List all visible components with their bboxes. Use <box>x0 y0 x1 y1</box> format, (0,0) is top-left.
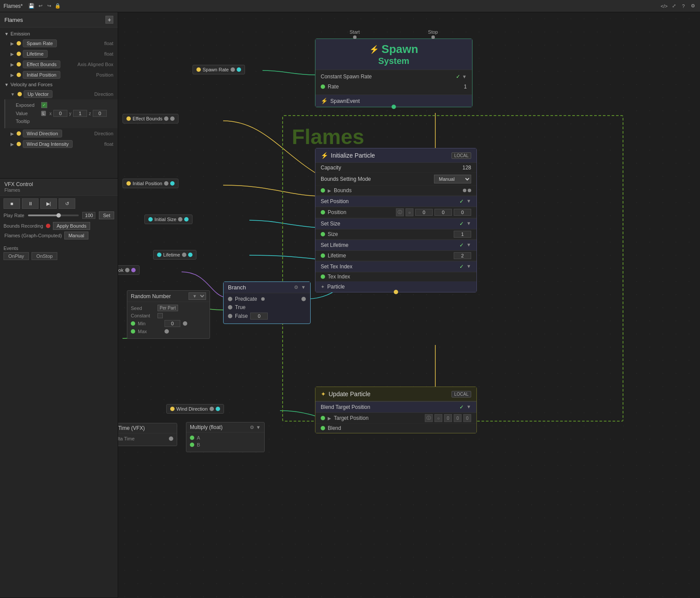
tp-x[interactable]: 0 <box>444 414 452 422</box>
blend-check: ✓ <box>459 404 464 410</box>
min-input[interactable] <box>164 320 180 327</box>
z-input[interactable] <box>93 110 107 117</box>
constant-check[interactable] <box>158 313 163 318</box>
mul2-a-port <box>190 436 194 440</box>
capacity-label: Capacity <box>321 165 341 171</box>
wd-left-port <box>170 407 175 411</box>
bounds-port <box>321 188 325 193</box>
emission-group-header[interactable]: ▼ Emission <box>0 29 118 38</box>
eb-right-port <box>164 116 168 121</box>
play-rate-slider[interactable] <box>28 215 79 216</box>
manual-dropdown[interactable]: Manual <box>64 232 88 239</box>
uf-right-port2 <box>131 268 136 272</box>
lock-icon[interactable]: 🔒 <box>54 3 61 10</box>
pos-x[interactable] <box>415 209 433 216</box>
spawn-rate-prop[interactable]: ▶ Spawn Rate float <box>0 38 118 49</box>
tp-info[interactable]: ⓘ <box>425 414 433 422</box>
add-button[interactable]: + <box>105 16 113 24</box>
seed-dropdown[interactable]: Per Part <box>158 305 178 311</box>
settings-icon[interactable]: ⚙ <box>690 3 696 10</box>
predicate-right-port <box>301 297 306 301</box>
stop-button[interactable]: ■ <box>4 198 20 209</box>
tex-port <box>321 274 325 279</box>
y-input[interactable] <box>73 110 87 117</box>
branch-settings-icon[interactable]: ⚙ <box>294 285 298 290</box>
onstop-button[interactable]: OnStop <box>32 252 57 260</box>
flames-graph-label: Flames (Graph-Computed) <box>4 233 62 238</box>
pos-info[interactable]: ⓘ <box>396 208 404 216</box>
sr-left-port <box>196 67 201 72</box>
spawn-system-node: Start Stop ⚡ Spawn System <box>315 39 472 107</box>
set-tex-check: ✓ <box>459 264 464 270</box>
constant-label: Constant <box>131 313 155 318</box>
multiply-node-2: Multiply (float) ⚙ ▼ A B <box>186 422 265 452</box>
bounds-mode-dropdown[interactable]: Manual <box>434 175 471 183</box>
wind-drag-prop[interactable]: ▶ Wind Drag Intensity float <box>0 139 118 149</box>
spawn-rate-type: float <box>104 41 113 46</box>
use-flipbook-canvas-node[interactable]: Use Flipbook <box>118 265 140 275</box>
spawn-event-bottom-port <box>392 105 396 109</box>
mul2-expand[interactable]: ▼ <box>256 425 261 430</box>
flames-section: Flames + ▼ Emission ▶ Spawn Rate float <box>0 12 118 179</box>
false-value-input[interactable] <box>250 313 268 320</box>
pause-button[interactable]: ⏸ <box>22 198 38 209</box>
up-vector-type: Direction <box>94 91 113 97</box>
spawn-rate-label: Spawn Rate <box>23 39 57 47</box>
lifetime-canvas-node[interactable]: Lifetime <box>153 250 196 260</box>
pos-y[interactable] <box>434 209 452 216</box>
set-size-label: Set Size <box>321 221 340 227</box>
wind-dir-canvas-node[interactable]: Wind Direction <box>166 404 224 414</box>
save-icon[interactable]: 💾 <box>28 3 35 10</box>
tp-z[interactable]: 0 <box>463 414 471 422</box>
tp-y[interactable]: 0 <box>454 414 462 422</box>
mul2-b-label: B <box>197 442 200 447</box>
z-label: z <box>89 111 91 116</box>
exposed-label: Exposed <box>16 102 38 108</box>
branch-collapse[interactable]: ▼ <box>301 285 306 290</box>
bounds-right-port <box>463 189 466 192</box>
step-button[interactable]: ▶| <box>40 198 57 209</box>
pos-z[interactable] <box>454 209 471 216</box>
wind-direction-prop[interactable]: ▶ Wind Direction Direction <box>0 128 118 139</box>
help-icon[interactable]: ? <box>680 3 687 10</box>
left-panel: Flames + ▼ Emission ▶ Spawn Rate float <box>0 12 118 598</box>
initial-size-canvas-node[interactable]: Initial Size <box>144 215 192 224</box>
effect-bounds-label: Effect Bounds <box>23 60 60 68</box>
lt-left-port <box>157 253 161 257</box>
velocity-group-header[interactable]: ▼ Velocity and Forces <box>0 80 118 89</box>
x-input[interactable] <box>53 110 67 117</box>
redo-icon[interactable]: ↪ <box>46 3 52 10</box>
lifetime-label: Lifetime <box>23 50 48 58</box>
bounds-label: Bounds <box>334 187 352 193</box>
initial-position-type: Position <box>96 72 113 77</box>
ip-right-port <box>164 181 168 186</box>
wind-direction-label: Wind Direction <box>23 130 62 137</box>
apply-bounds-button[interactable]: Apply Bounds <box>53 222 91 230</box>
spawn-rate-canvas-node[interactable]: Spawn Rate <box>192 65 245 74</box>
size-val[interactable] <box>454 231 471 238</box>
undo-icon[interactable]: ↩ <box>37 3 44 10</box>
is-left-port <box>148 217 153 222</box>
initial-pos-canvas-node[interactable]: Initial Position <box>122 179 178 188</box>
rn-dropdown[interactable]: ▼ <box>189 292 206 300</box>
lifetime-prop[interactable]: ▶ Lifetime float <box>0 49 118 59</box>
exposed-check[interactable]: ✓ <box>41 102 47 108</box>
pos-link[interactable]: ○ <box>406 208 413 216</box>
restart-button[interactable]: ↺ <box>59 198 75 209</box>
onplay-button[interactable]: OnPlay <box>4 252 29 260</box>
set-button[interactable]: Set <box>99 211 114 219</box>
code-icon[interactable]: </> <box>661 3 668 10</box>
initial-position-prop[interactable]: ▶ Initial Position Position <box>0 70 118 80</box>
lt-val[interactable] <box>454 252 471 259</box>
lifetime-port <box>321 253 325 258</box>
effect-bounds-prop[interactable]: ▶ Effect Bounds Axis Aligned Box <box>0 59 118 70</box>
mul2-settings[interactable]: ⚙ <box>250 425 254 430</box>
effect-bounds-canvas-node[interactable]: Effect Bounds <box>122 114 178 123</box>
y-label: y <box>69 111 71 116</box>
stop-dot <box>431 35 435 39</box>
up-vector-prop[interactable]: ▼ Up Vector Direction <box>0 89 118 99</box>
tp-link[interactable]: ○ <box>434 414 442 422</box>
expand-icon[interactable]: ⤢ <box>670 3 677 10</box>
rn-title: Random Number <box>131 293 171 299</box>
play-rate-value[interactable] <box>82 212 95 219</box>
